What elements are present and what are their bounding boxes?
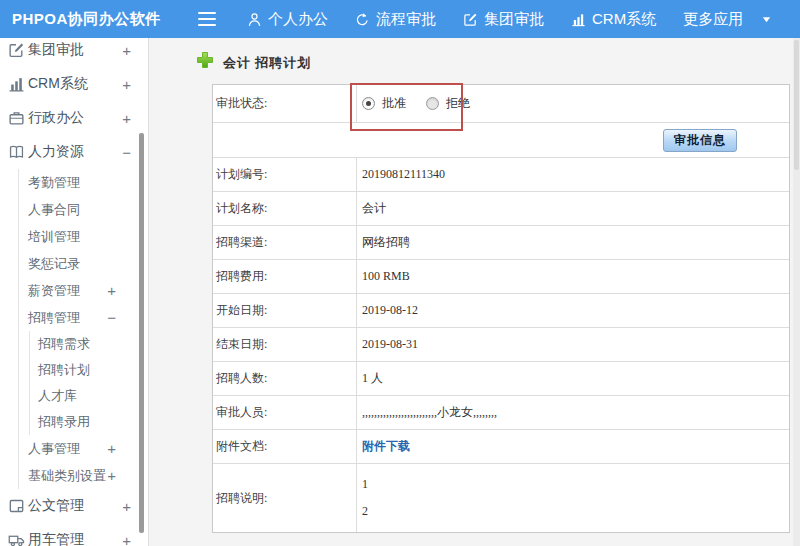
sidebar-item-label: 人事合同 (28, 201, 80, 219)
add-icon[interactable] (196, 51, 214, 69)
page-title: 会计 招聘计划 (223, 54, 311, 72)
sidebar-item-hr-contract[interactable]: 人事合同 (0, 196, 148, 223)
nav-item-label: 集团审批 (484, 10, 544, 29)
form-row-description: 招聘说明:12 (213, 464, 789, 532)
sidebar-item-vehicle-mgmt[interactable]: 用车管理+ (0, 523, 148, 546)
top-bar: PHPOA协同办公软件 个人办公流程审批集团审批CRM系统更多应用 (0, 0, 800, 38)
book-icon (8, 144, 25, 161)
sidebar-item-group-approval[interactable]: 集团审批+ (0, 38, 148, 67)
nav-item-group-approval[interactable]: 集团审批 (463, 10, 544, 29)
radio-button-approve[interactable] (362, 97, 375, 110)
sidebar-item-label: 招聘计划 (38, 361, 90, 379)
radio-option-approve[interactable]: 批准 (362, 95, 406, 112)
caret-down-icon (749, 14, 772, 25)
page-scrollbar-track[interactable] (793, 38, 800, 546)
collapse-icon[interactable]: − (107, 310, 116, 325)
sidebar-item-base-category-settings[interactable]: 基础类别设置+ (0, 462, 148, 489)
sidebar-item-reward-records[interactable]: 奖惩记录 (0, 250, 148, 277)
field-label: 审批状态: (213, 85, 357, 122)
form-row-end-date: 结束日期:2019-08-31 (213, 328, 789, 362)
nav-item-crm-system[interactable]: CRM系统 (571, 10, 656, 29)
form-row-start-date: 开始日期:2019-08-12 (213, 294, 789, 328)
sidebar-item-label: 用车管理 (28, 531, 84, 546)
form-row-plan-number: 计划编号:20190812111340 (213, 158, 789, 192)
field-value-recruit-channel: 网络招聘 (357, 226, 789, 259)
sidebar-item-training-mgmt[interactable]: 培训管理 (0, 223, 148, 250)
sidebar-item-label: 培训管理 (28, 228, 80, 246)
page-title-row: 会计 招聘计划 (149, 38, 800, 84)
status-row: 审批状态: 批准拒绝 (213, 85, 789, 123)
sidebar-item-recruit-mgmt[interactable]: 招聘管理− (0, 304, 148, 331)
sidebar-item-personnel-mgmt[interactable]: 人事管理+ (0, 435, 148, 462)
field-value-end-date: 2019-08-31 (357, 328, 789, 361)
field-label: 招聘渠道: (213, 226, 357, 259)
sidebar-item-label: 行政办公 (28, 109, 84, 127)
sidebar: 集团审批+CRM系统+行政办公+人力资源−考勤管理人事合同培训管理奖惩记录薪资管… (0, 38, 149, 546)
nav-item-process-approval[interactable]: 流程审批 (355, 10, 436, 29)
nav-item-label: 个人办公 (268, 10, 328, 29)
sidebar-item-talent-pool[interactable]: 人才库 (0, 383, 148, 409)
sidebar-scrollbar-thumb[interactable] (139, 133, 144, 533)
sidebar-item-human-resources[interactable]: 人力资源− (0, 135, 148, 169)
bar-chart-icon (571, 12, 586, 27)
sidebar-item-recruit-demand[interactable]: 招聘需求 (0, 331, 148, 357)
field-value-plan-name: 会计 (357, 192, 789, 225)
sidebar-item-official-doc-mgmt[interactable]: 公文管理+ (0, 489, 148, 523)
approval-info-button[interactable]: 审批信息 (663, 129, 737, 152)
sidebar-item-label: 公文管理 (28, 497, 84, 515)
sidebar-item-attendance-mgmt[interactable]: 考勤管理 (0, 169, 148, 196)
process-icon (355, 12, 370, 27)
expand-icon[interactable]: + (122, 111, 131, 126)
nav-item-label: 更多应用 (683, 10, 743, 29)
person-icon (247, 12, 262, 27)
sidebar-item-label: 招聘录用 (38, 413, 90, 431)
expand-icon[interactable]: + (122, 43, 131, 58)
form-row-recruit-cost: 招聘费用:100 RMB (213, 260, 789, 294)
sidebar-item-salary-mgmt[interactable]: 薪资管理+ (0, 277, 148, 304)
nav-item-more-apps[interactable]: 更多应用 (683, 10, 772, 29)
expand-icon[interactable]: + (107, 283, 116, 298)
edit-square-icon (8, 42, 25, 59)
menu-toggle-icon[interactable] (198, 12, 216, 26)
collapse-icon[interactable]: − (122, 145, 131, 160)
sidebar-item-label: CRM系统 (28, 75, 88, 93)
field-label: 附件文档: (213, 430, 357, 463)
field-label: 审批人员: (213, 396, 357, 429)
nav-item-personal-office[interactable]: 个人办公 (247, 10, 328, 29)
sidebar-item-label: 薪资管理 (28, 282, 80, 300)
sidebar-item-recruit-plan[interactable]: 招聘计划 (0, 357, 148, 383)
top-nav: 个人办公流程审批集团审批CRM系统更多应用 (247, 10, 772, 29)
page-scrollbar-thumb[interactable] (794, 40, 799, 170)
app-window: PHPOA协同办公软件 个人办公流程审批集团审批CRM系统更多应用 集团审批+C… (0, 0, 800, 546)
field-value-description: 12 (357, 464, 789, 532)
attachment-download-link[interactable]: 附件下载 (362, 438, 410, 455)
expand-icon[interactable]: + (122, 77, 131, 92)
form-row-headcount: 招聘人数:1 人 (213, 362, 789, 396)
field-label: 计划编号: (213, 158, 357, 191)
form-row-attachment: 附件文档:附件下载 (213, 430, 789, 464)
field-value-recruit-cost: 100 RMB (357, 260, 789, 293)
expand-icon[interactable]: + (122, 499, 131, 514)
expand-icon[interactable]: + (122, 533, 131, 546)
sidebar-item-crm-system[interactable]: CRM系统+ (0, 67, 148, 101)
content-area: 会计 招聘计划 审批状态: 批准拒绝 审批信息 计划编号:20190812111… (149, 38, 800, 546)
sidebar-item-recruit-hire[interactable]: 招聘录用 (0, 409, 148, 435)
nav-item-label: CRM系统 (592, 10, 656, 29)
bar-chart-icon (8, 76, 25, 93)
expand-icon[interactable]: + (107, 468, 116, 483)
form-row-plan-name: 计划名称:会计 (213, 192, 789, 226)
field-label: 招聘说明: (213, 464, 357, 532)
radio-label: 拒绝 (446, 95, 470, 112)
form-row-recruit-channel: 招聘渠道:网络招聘 (213, 226, 789, 260)
truck-icon (8, 532, 25, 546)
sidebar-item-label: 基础类别设置 (28, 467, 106, 485)
approval-form-table: 审批状态: 批准拒绝 审批信息 计划编号:20190812111340计划名称:… (212, 84, 790, 533)
field-label: 开始日期: (213, 294, 357, 327)
expand-icon[interactable]: + (107, 441, 116, 456)
sidebar-item-admin-office[interactable]: 行政办公+ (0, 101, 148, 135)
radio-option-reject[interactable]: 拒绝 (426, 95, 470, 112)
edit-square-icon (463, 12, 478, 27)
radio-button-reject[interactable] (426, 97, 439, 110)
field-value-headcount: 1 人 (357, 362, 789, 395)
description-line: 2 (362, 504, 368, 519)
